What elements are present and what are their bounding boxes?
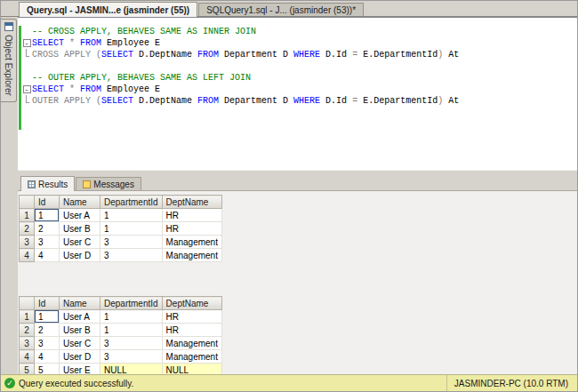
code-line[interactable]: -SELECT * FROM Employee E: [18, 84, 577, 95]
code-line[interactable]: [18, 107, 577, 118]
column-header[interactable]: Name: [60, 297, 100, 310]
select-all-corner[interactable]: [20, 196, 35, 209]
column-header[interactable]: DepartmentId: [100, 196, 163, 209]
messages-icon: [83, 180, 91, 188]
object-explorer-strip: Object Explorer: [1, 17, 18, 374]
results-grid[interactable]: IdNameDepartmentIdDeptName11User A1HR22U…: [19, 195, 222, 262]
select-all-corner[interactable]: [20, 297, 35, 310]
fold-margin: [21, 72, 32, 84]
grid-row: 55User ENULLNULL: [20, 364, 222, 375]
grid-cell[interactable]: Management: [162, 350, 221, 364]
code-line[interactable]: -- CROSS APPLY, BEHAVES SAME AS INNER JO…: [18, 26, 577, 37]
row-header[interactable]: 1: [20, 209, 35, 222]
results-body: IdNameDepartmentIdDeptName11User A1HR22U…: [18, 191, 577, 374]
code-line[interactable]: CROSS APPLY (SELECT D.DeptName FROM Depa…: [18, 49, 577, 60]
grid-cell[interactable]: 3: [100, 337, 163, 350]
success-check-icon: ✓: [4, 378, 15, 388]
sql-editor[interactable]: -- CROSS APPLY, BEHAVES SAME AS INNER JO…: [18, 17, 577, 170]
grid-cell[interactable]: User B: [60, 222, 100, 236]
grid-cell[interactable]: Management: [162, 236, 221, 249]
fold-region-line: [26, 49, 29, 57]
object-explorer-icon: [4, 22, 13, 31]
grid-cell[interactable]: 1: [100, 209, 163, 222]
grid-cell[interactable]: 3: [100, 249, 163, 262]
grid-cell[interactable]: Management: [162, 337, 221, 350]
column-header[interactable]: DepartmentId: [100, 297, 163, 310]
grid-cell[interactable]: HR: [162, 310, 221, 324]
grid-cell[interactable]: HR: [162, 209, 221, 222]
column-header[interactable]: DeptName: [162, 297, 221, 310]
grid-cell[interactable]: User E: [60, 364, 100, 375]
grid-cell[interactable]: User A: [60, 310, 100, 324]
row-header[interactable]: 4: [20, 249, 35, 262]
grid-cell[interactable]: 5: [35, 364, 60, 375]
row-header[interactable]: 1: [20, 310, 35, 324]
fold-collapse-icon[interactable]: -: [23, 39, 31, 47]
column-header[interactable]: DeptName: [162, 196, 221, 209]
grid-cell[interactable]: User B: [60, 324, 100, 337]
grid-cell[interactable]: User A: [60, 209, 100, 222]
code-line[interactable]: -- OUTER APPLY, BEHAVES SAME AS LEFT JOI…: [18, 72, 577, 84]
grid-cell[interactable]: HR: [162, 222, 221, 236]
results-grid[interactable]: IdNameDepartmentIdDeptName11User A1HR22U…: [19, 296, 222, 374]
tab-query-sql[interactable]: Query.sql - JASMIN...e (jasminder (55)): [19, 2, 197, 17]
grid-cell[interactable]: 3: [35, 236, 60, 249]
fold-margin: [21, 60, 32, 72]
row-header[interactable]: 5: [20, 364, 35, 375]
fold-margin: [21, 26, 32, 37]
fold-collapse-icon[interactable]: -: [23, 85, 31, 93]
grid-cell[interactable]: User C: [60, 236, 100, 249]
code-line[interactable]: OUTER APPLY (SELECT D.DeptName FROM Depa…: [18, 95, 577, 107]
column-header[interactable]: Id: [35, 196, 60, 209]
fold-margin[interactable]: -: [21, 84, 32, 95]
tab-messages[interactable]: Messages: [76, 177, 141, 190]
fold-margin[interactable]: -: [21, 37, 32, 49]
grid-cell[interactable]: Management: [162, 249, 221, 262]
fold-margin: [21, 107, 32, 118]
row-header[interactable]: 4: [20, 350, 35, 364]
code-line[interactable]: [18, 60, 577, 72]
column-header[interactable]: Id: [35, 297, 60, 310]
ssms-window: Query.sql - JASMIN...e (jasminder (55)) …: [0, 0, 578, 392]
row-header[interactable]: 3: [20, 236, 35, 249]
status-message: Query executed successfully.: [19, 379, 133, 388]
results-pane: Results Messages IdNameDepartmentIdDeptN…: [18, 175, 577, 374]
grid-cell[interactable]: User D: [60, 249, 100, 262]
fold-region-line: [26, 95, 29, 103]
grid-cell[interactable]: 3: [100, 350, 163, 364]
grid-row: 33User C3Management: [20, 337, 222, 350]
tab-results[interactable]: Results: [20, 176, 75, 191]
grid-cell[interactable]: 3: [35, 337, 60, 350]
grid-cell[interactable]: HR: [162, 324, 221, 337]
grid-cell[interactable]: 1: [100, 324, 163, 337]
grid-cell[interactable]: User C: [60, 337, 100, 350]
tab-sqlquery1-sql[interactable]: SQLQuery1.sql - J... (jasminder (53))*: [198, 3, 364, 16]
code-line[interactable]: [18, 118, 577, 130]
grid-cell[interactable]: NULL: [162, 364, 221, 375]
results-tabstrip: Results Messages: [18, 175, 577, 191]
code-line[interactable]: -SELECT * FROM Employee E: [18, 37, 577, 49]
grid-cell[interactable]: 1: [35, 310, 60, 324]
column-header[interactable]: Name: [60, 196, 100, 209]
grid-row: 22User B1HR: [20, 324, 222, 337]
grid-cell[interactable]: NULL: [100, 364, 163, 375]
row-header[interactable]: 2: [20, 324, 35, 337]
document-area: -- CROSS APPLY, BEHAVES SAME AS INNER JO…: [18, 17, 577, 374]
results-tab-label: Results: [38, 180, 68, 189]
grid-cell[interactable]: 1: [100, 222, 163, 236]
grid-cell[interactable]: 4: [35, 350, 60, 364]
grid-cell[interactable]: 2: [35, 324, 60, 337]
code-text: -- OUTER APPLY, BEHAVES SAME AS LEFT JOI…: [32, 72, 251, 84]
grid-cell[interactable]: 3: [100, 236, 163, 249]
grid-cell[interactable]: User D: [60, 350, 100, 364]
code-text: SELECT * FROM Employee E: [32, 37, 160, 49]
row-header[interactable]: 3: [20, 337, 35, 350]
grid-gap: [18, 262, 577, 296]
grid-cell[interactable]: 2: [35, 222, 60, 236]
row-header[interactable]: 2: [20, 222, 35, 236]
object-explorer-tab[interactable]: Object Explorer: [1, 19, 17, 102]
grid-cell[interactable]: 4: [35, 249, 60, 262]
grid-row: 33User C3Management: [20, 236, 222, 249]
grid-cell[interactable]: 1: [35, 209, 60, 222]
grid-cell[interactable]: 1: [100, 310, 163, 324]
